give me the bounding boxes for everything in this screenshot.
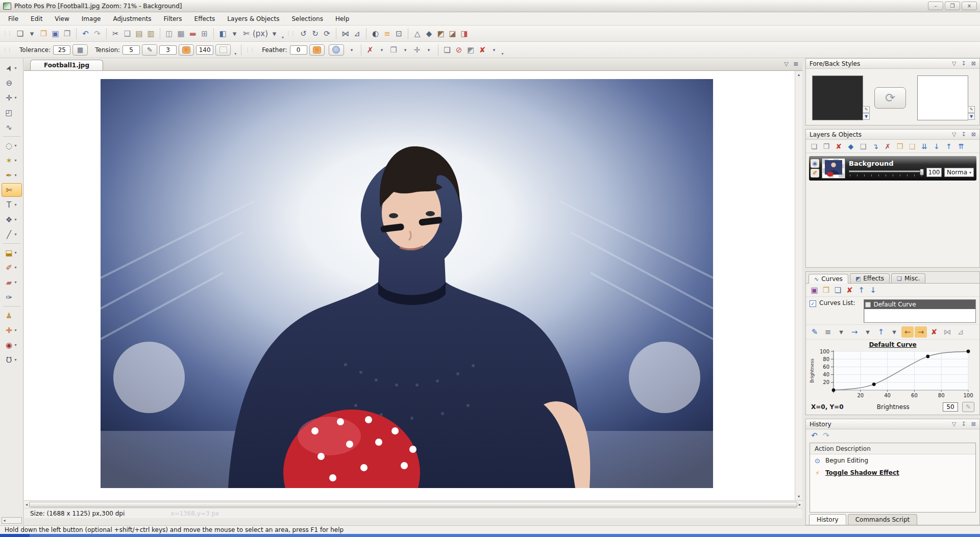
paste-as-new-icon[interactable]: ▥: [145, 28, 157, 40]
feather-input[interactable]: [290, 45, 307, 55]
move-selection-icon[interactable]: ✛: [411, 44, 423, 56]
rotate-right-icon[interactable]: ↻: [309, 28, 321, 40]
panel-pin-icon[interactable]: ↧: [962, 131, 966, 138]
tool-palette-collapse-handle[interactable]: ◂: [2, 517, 22, 524]
tool-caret-icon[interactable]: ▾: [15, 265, 20, 270]
tab-curves[interactable]: ∿ Curves: [808, 274, 848, 284]
menu-adjustments[interactable]: Adjustments: [107, 13, 157, 25]
curve-pen-button[interactable]: ✎: [962, 402, 974, 412]
document-menu-icon[interactable]: ▽: [784, 61, 788, 67]
panel-menu-icon[interactable]: ▽: [952, 131, 956, 138]
tool-caret-icon[interactable]: ▾: [15, 143, 20, 148]
foreground-picker-icon[interactable]: ▼: [863, 113, 870, 120]
acquire-image-icon[interactable]: ◫: [163, 28, 175, 40]
tool-caret-icon[interactable]: ▾: [15, 232, 20, 237]
apply-vertical-icon[interactable]: ↑: [875, 326, 887, 338]
panel-menu-icon[interactable]: ▽: [952, 60, 956, 67]
tool-caret-icon[interactable]: ▾: [15, 343, 20, 347]
delete-selection-icon[interactable]: ✘: [477, 44, 488, 56]
menu-effects[interactable]: Effects: [188, 13, 222, 25]
panel-close-icon[interactable]: ⊠: [971, 131, 976, 138]
screen-capture-icon[interactable]: ✄: [240, 28, 252, 40]
units-px-button[interactable]: (px): [252, 28, 268, 40]
menu-help[interactable]: Help: [329, 13, 355, 25]
curves-list-item[interactable]: Default Curve: [864, 300, 976, 309]
delete-layer-icon[interactable]: ✘: [832, 140, 845, 152]
new-from-selection-icon[interactable]: ❏: [442, 44, 453, 56]
tool-button[interactable]: [3, 306, 20, 306]
layer-paint-icon[interactable]: ✐: [811, 169, 819, 177]
history-item[interactable]: ⚡ Toggle Shadow Effect: [810, 467, 975, 479]
magic-wand-tool[interactable]: ✶▾: [2, 154, 22, 167]
toolbar-grip[interactable]: ⋮⋮: [3, 31, 12, 36]
panel-menu-icon[interactable]: ▽: [952, 421, 956, 427]
toolbar-grip[interactable]: ⋮⋮: [3, 47, 12, 53]
menu-filters[interactable]: Filters: [158, 13, 188, 25]
apply-horizontal-icon[interactable]: →: [848, 326, 861, 338]
undo-icon[interactable]: ↶: [80, 28, 91, 40]
pen-tool[interactable]: ✒▾: [2, 168, 22, 182]
group-overflow-icon[interactable]: ▾: [502, 52, 504, 56]
flip-curve-horizontal-icon[interactable]: ⋈: [941, 326, 953, 338]
history-item[interactable]: ⊙ Begun Editing: [810, 454, 975, 467]
merge-layer-icon[interactable]: ↴: [869, 140, 881, 152]
tool-caret-icon[interactable]: ▾: [15, 95, 20, 100]
close-button[interactable]: ×: [962, 2, 977, 10]
texture-button[interactable]: [215, 44, 231, 56]
curve-value-input[interactable]: [943, 402, 958, 412]
canvas-viewport[interactable]: ▴ ▾: [24, 71, 802, 500]
tab-commands-script[interactable]: Commands Script: [848, 514, 918, 525]
curve-item-checkbox[interactable]: [865, 302, 871, 308]
shift-right-icon[interactable]: →: [915, 326, 927, 338]
ungroup-layers-icon[interactable]: ❑: [906, 140, 918, 152]
cut-icon[interactable]: ✂: [110, 28, 121, 40]
foreground-edit-icon[interactable]: ✎: [863, 106, 870, 113]
add-object-icon[interactable]: ❑: [857, 140, 869, 152]
group-overflow-icon[interactable]: ▾: [234, 52, 236, 56]
tab-history[interactable]: History: [809, 514, 846, 525]
clone-stamp-tool[interactable]: ♟: [2, 309, 22, 322]
remove-selection-icon[interactable]: ✗: [364, 44, 376, 56]
text-tool[interactable]: T▾: [2, 198, 22, 212]
panel-close-icon[interactable]: ⊠: [971, 421, 976, 427]
curve-presets-caret-icon[interactable]: ▾: [835, 326, 847, 338]
tool-caret-icon[interactable]: ▾: [15, 202, 20, 207]
vertical-scrollbar[interactable]: ▴ ▾: [795, 71, 802, 500]
brightness-contrast-icon[interactable]: ◐: [370, 28, 381, 40]
toolbar-grip[interactable]: ⋮⋮: [286, 31, 295, 36]
copy-selection-caret-icon[interactable]: ▾: [400, 44, 411, 56]
show-rulers-icon[interactable]: ▬: [187, 28, 199, 40]
tolerance-input[interactable]: [53, 45, 70, 55]
move-selection-caret-icon[interactable]: ▾: [423, 44, 435, 56]
tension-pen-button[interactable]: ✎: [142, 44, 157, 56]
shadow-effect-icon[interactable]: ◆: [423, 28, 435, 40]
tool-caret-icon[interactable]: ▾: [15, 158, 20, 163]
load-curves-icon[interactable]: ❒: [820, 284, 832, 296]
history-undo-icon[interactable]: ↶: [808, 429, 820, 442]
blend-mode-caret-icon[interactable]: ▾: [969, 170, 971, 175]
resize-icon[interactable]: ⊡: [393, 28, 405, 40]
scroll-down-icon[interactable]: ▾: [798, 494, 800, 499]
layer-visibility-icon[interactable]: ◉: [811, 159, 819, 168]
toolbar-grip[interactable]: ⋮⋮: [245, 47, 254, 53]
layer-blend-mode-select[interactable]: Norma ▾: [944, 168, 974, 177]
new-layer-icon[interactable]: ❏: [808, 140, 820, 152]
scrollbar-thumb[interactable]: [29, 502, 797, 507]
path-tool[interactable]: ∿: [2, 120, 22, 134]
feather-style-button[interactable]: [309, 44, 325, 56]
move-up-icon[interactable]: ↑: [943, 140, 955, 152]
panel-pin-icon[interactable]: ↧: [962, 421, 966, 427]
marquee-select-tool[interactable]: ◌▾: [2, 139, 22, 152]
send-to-back-icon[interactable]: ⇊: [918, 140, 930, 152]
color-filter-icon[interactable]: ◨: [458, 28, 470, 40]
tool-button[interactable]: [3, 136, 20, 137]
scroll-up-icon[interactable]: ▴: [798, 72, 800, 77]
apply-vertical-caret-icon[interactable]: ▾: [888, 326, 900, 338]
toolbar-overflow-icon[interactable]: ▾: [282, 35, 284, 40]
fill-tool[interactable]: ⬓▾: [2, 246, 22, 260]
move-tool[interactable]: ✛▾: [2, 91, 22, 105]
image-browser-icon[interactable]: ◧: [217, 28, 229, 40]
background-edit-icon[interactable]: ✎: [968, 106, 975, 113]
apply-horizontal-caret-icon[interactable]: ▾: [862, 326, 874, 338]
document-tab[interactable]: Football1.jpg: [30, 60, 103, 70]
